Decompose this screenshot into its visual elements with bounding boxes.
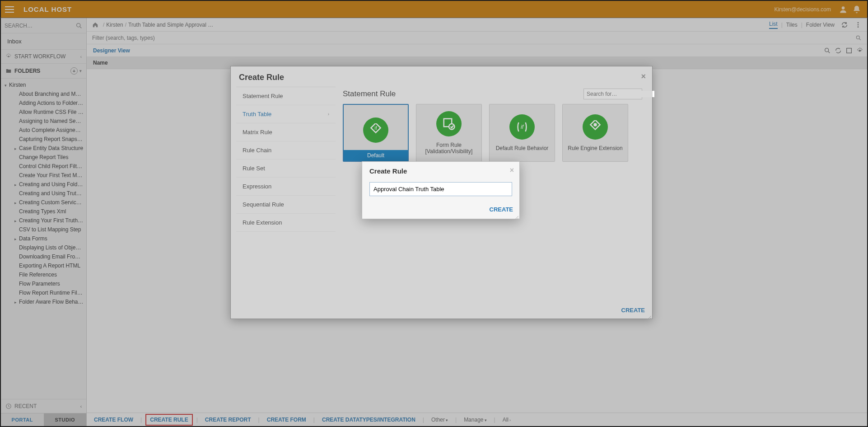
rule-name-input[interactable] <box>369 182 512 196</box>
close-icon[interactable]: × <box>510 166 514 174</box>
svg-line-28 <box>515 216 518 220</box>
modal2-title: Create Rule × <box>362 162 519 178</box>
resize-handle-icon[interactable] <box>514 213 518 218</box>
content-area: / Kirsten / Truth Table and Simple Appro… <box>87 18 867 426</box>
svg-line-29 <box>517 218 518 220</box>
modal2-create-button[interactable]: CREATE <box>490 206 513 213</box>
create-rule-name-modal: Create Rule × CREATE <box>362 161 520 219</box>
